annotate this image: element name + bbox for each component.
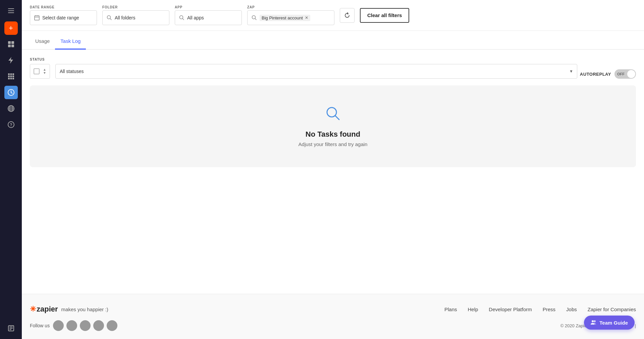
date-range-label: DATE RANGE [30, 5, 97, 9]
svg-rect-5 [8, 45, 11, 47]
status-select-wrapper: All statuses Success Error Halted Filter… [55, 64, 577, 79]
filter-bar: DATE RANGE Select date range FOLDER All … [22, 0, 644, 31]
app-label: APP [175, 5, 242, 9]
svg-rect-10 [8, 76, 10, 77]
history-icon[interactable] [4, 322, 18, 335]
search-icon-folder [107, 15, 112, 20]
svg-rect-12 [12, 76, 14, 77]
zap-tag-close-button[interactable]: ✕ [305, 15, 308, 20]
folder-picker[interactable]: All folders [102, 10, 169, 25]
tab-task-log[interactable]: Task Log [55, 33, 86, 50]
social-icon-4[interactable] [93, 320, 104, 331]
footer-link-jobs[interactable]: Jobs [566, 307, 577, 312]
app-value: All apps [187, 15, 204, 20]
svg-point-31 [594, 320, 596, 322]
brand-tagline: makes you happier :) [61, 307, 108, 312]
menu-icon[interactable] [4, 4, 18, 17]
footer-bottom: Follow us © 2020 Zapier Inc. | Terms | P… [30, 320, 636, 331]
autoreplay-label: AUTOREPLAY [580, 72, 611, 77]
tab-usage[interactable]: Usage [30, 33, 55, 50]
svg-rect-3 [8, 41, 11, 44]
social-icon-5[interactable] [107, 320, 117, 331]
svg-rect-14 [10, 78, 12, 79]
autoreplay-toggle[interactable]: OFF [614, 69, 636, 79]
tabs: Usage Task Log [22, 33, 644, 50]
autoreplay-section: AUTOREPLAY OFF [580, 69, 636, 79]
team-guide-button[interactable]: Team Guide [584, 316, 635, 330]
footer-link-companies[interactable]: Zapier for Companies [588, 307, 636, 312]
date-range-value: Select date range [42, 15, 79, 20]
svg-rect-2 [8, 12, 14, 13]
grid-icon[interactable] [4, 70, 18, 83]
zap-picker[interactable]: Big Pinterest account ✕ [247, 10, 334, 25]
svg-rect-0 [8, 8, 14, 9]
footer-link-press[interactable]: Press [543, 307, 555, 312]
clear-all-filters-button[interactable]: Clear all filters [360, 8, 409, 23]
refresh-icon [344, 12, 350, 18]
footer-link-help[interactable]: Help [468, 307, 478, 312]
footer-brand: ✳ zapier makes you happier :) [30, 305, 108, 314]
folder-group: FOLDER All folders [102, 5, 169, 25]
zap-label: ZAP [247, 5, 334, 9]
app-group: APP All apps [175, 5, 242, 25]
empty-state-subtitle: Adjust your filters and try again [299, 141, 368, 147]
svg-rect-23 [9, 328, 13, 329]
svg-rect-11 [10, 76, 12, 77]
app-picker[interactable]: All apps [175, 10, 242, 25]
search-icon-zap [252, 15, 257, 20]
help-icon[interactable]: ? [4, 118, 18, 131]
status-select[interactable]: All statuses Success Error Halted Filter… [55, 64, 577, 79]
lightning-icon[interactable] [4, 54, 18, 67]
folder-value: All folders [115, 15, 135, 20]
content-area: STATUS ▲ ▼ All statuses Success Error Ha… [22, 50, 644, 294]
search-icon-app [179, 15, 184, 20]
date-range-picker[interactable]: Select date range [30, 10, 97, 25]
svg-rect-24 [9, 329, 11, 330]
add-button[interactable]: + [4, 21, 18, 35]
zap-tag-value: Big Pinterest account [262, 15, 303, 20]
footer: ✳ zapier makes you happier :) Plans Help… [22, 294, 644, 339]
clock-icon[interactable] [4, 86, 18, 99]
social-icon-3[interactable] [80, 320, 91, 331]
folder-label: FOLDER [102, 5, 169, 9]
zapier-wordmark: zapier [37, 305, 58, 314]
svg-point-29 [327, 108, 336, 117]
select-all-area: ▲ ▼ [30, 64, 50, 79]
calendar-icon [34, 15, 40, 20]
svg-rect-13 [8, 78, 10, 79]
social-icons [53, 320, 117, 331]
footer-link-developer[interactable]: Developer Platform [489, 307, 532, 312]
svg-rect-22 [9, 327, 13, 327]
empty-search-icon [325, 106, 341, 125]
footer-top: ✳ zapier makes you happier :) Plans Help… [30, 305, 636, 314]
zapier-asterisk: ✳ [30, 305, 36, 314]
globe-icon[interactable] [4, 102, 18, 115]
svg-rect-9 [12, 73, 14, 75]
svg-rect-15 [12, 78, 14, 79]
main-content: DATE RANGE Select date range FOLDER All … [22, 0, 644, 339]
svg-point-30 [592, 320, 594, 322]
sidebar: + ? [0, 0, 22, 339]
team-guide-icon [591, 320, 597, 326]
svg-text:?: ? [10, 123, 12, 127]
svg-rect-4 [11, 41, 14, 44]
date-range-group: DATE RANGE Select date range [30, 5, 97, 25]
follow-us: Follow us [30, 320, 117, 331]
social-icon-1[interactable] [53, 320, 64, 331]
footer-links: Plans Help Developer Platform Press Jobs… [444, 307, 636, 312]
svg-rect-6 [11, 45, 14, 47]
sort-arrows[interactable]: ▲ ▼ [43, 68, 46, 75]
autoreplay-state: OFF [617, 72, 625, 76]
footer-link-plans[interactable]: Plans [444, 307, 457, 312]
svg-rect-1 [8, 10, 14, 11]
follow-us-label: Follow us [30, 323, 50, 328]
team-guide-label: Team Guide [599, 320, 628, 326]
select-all-checkbox[interactable] [34, 68, 40, 74]
social-icon-2[interactable] [66, 320, 77, 331]
svg-rect-7 [8, 73, 10, 75]
refresh-button[interactable] [340, 8, 355, 23]
svg-rect-25 [35, 16, 39, 20]
dashboard-icon[interactable] [4, 38, 18, 51]
zap-group: ZAP Big Pinterest account ✕ [247, 5, 334, 25]
status-label: STATUS [30, 58, 53, 61]
